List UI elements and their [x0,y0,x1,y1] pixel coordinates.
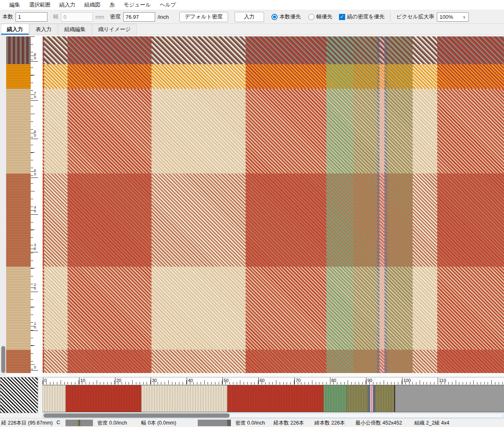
weft-strip-band-orange [6,64,31,89]
count-input[interactable] [16,12,47,22]
horizontal-ruler-tick-20 [115,378,115,384]
vertical-ruler-label-20: 2 0 [34,283,36,290]
fabric-canvas[interactable] [43,35,504,376]
vertical-ruler-tick-60 [31,139,38,139]
horizontal-ruler-tick-100 [402,378,402,384]
warp-overview-strip[interactable] [43,385,504,412]
weft-band-orange [43,64,504,89]
horizontal-ruler-label-90: 90 [367,378,372,383]
stripe-density-checkbox[interactable]: ✓ [339,14,345,20]
weft-band-terracotta-middle [43,173,504,267]
menu-item-selection-range[interactable]: 選択範囲 [25,0,55,9]
horizontal-ruler-tick-60 [258,378,259,384]
vertical-ruler-tick-10 [31,330,38,331]
horizontal-ruler-tick-90 [366,378,366,384]
chevron-down-icon: ∨ [463,15,466,19]
status-weave-structure: 組織 2_2綾 4x4 [414,420,449,427]
menu-item-help[interactable]: ヘルプ [155,0,181,9]
vertical-scrollbar-track[interactable] [0,35,6,376]
status-swatch-olive-line [78,420,80,426]
tab-weave-image[interactable]: 織りイメージ [92,24,137,35]
weft-strip-band-tan-lower [6,267,31,350]
horizontal-ruler-label-10: 10 [80,378,85,383]
horizontal-ruler-label-50: 50 [224,378,228,383]
menu-item-stripe-input[interactable]: 縞入力 [55,0,80,9]
weave-pattern-corner-hatch[interactable] [0,377,38,413]
status-lcm: 最小公倍数 452x452 [355,420,402,427]
bottom-zone: 0102030405060708090100110 [0,376,504,418]
horizontal-ruler-tick-10 [79,378,79,384]
vertical-ruler-label-50: 5 0 [34,169,36,176]
vertical-ruler-label-70: 7 0 [34,92,36,99]
horizontal-scrollbar-track[interactable] [43,413,503,418]
vertical-ruler-label-40: 4 0 [34,206,36,213]
horizontal-ruler-tick-0 [43,378,43,384]
horizontal-ruler-mid-ticks [43,380,504,384]
horizontal-ruler-tick-110 [438,378,438,384]
vertical-ruler-tick-20 [31,292,38,292]
vertical-ruler-label-0: 0 [34,366,36,369]
status-density-1: 密度 0.0/inch [97,420,127,427]
pixel-zoom-value: 100% [440,14,453,20]
overview-block-olive [375,385,394,412]
pixel-zoom-label: ピクセル拡大率 [396,13,434,20]
overview-block-gray [395,385,504,412]
radio-width-priority-label: 幅優先 [316,13,332,20]
horizontal-ruler-label-40: 40 [188,378,193,383]
density-label: 密度 [110,13,121,20]
status-weft-count: 緯本数 226本 [314,420,345,427]
overview-block-red [66,385,141,412]
horizontal-ruler-label-30: 30 [152,378,157,383]
menu-item-yarn[interactable]: 糸 [105,0,119,9]
overview-block-red [227,385,323,412]
radio-count-priority-icon[interactable] [271,14,278,20]
menu-item-edit[interactable]: 編集 [5,0,25,9]
tab-weave-edit[interactable]: 組織編集 [58,24,92,35]
vertical-ruler-label-60: 6 0 [34,130,36,137]
vertical-scrollbar-thumb[interactable] [1,346,5,373]
overview-block-cream [43,385,66,412]
weft-strip-band-tan-upper [6,89,31,173]
vertical-ruler-tick-70 [31,100,38,101]
tab-table-input[interactable]: 表入力 [29,24,58,35]
horizontal-ruler: 0102030405060708090100110 [43,377,504,384]
input-button[interactable]: 入力 [235,12,264,22]
menu-item-weave-diagram[interactable]: 組織図 [80,0,105,9]
horizontal-ruler-tick-70 [294,378,295,384]
vertical-ruler-tick-40 [31,214,38,215]
weft-band-tan-lower [43,267,504,350]
weft-strip-band-terracotta-middle [6,173,31,267]
horizontal-ruler-label-70: 70 [296,378,301,383]
overview-block-cream [141,385,227,412]
density-input[interactable] [123,12,155,22]
horizontal-scrollbar-thumb[interactable] [43,414,230,418]
horizontal-ruler-label-60: 60 [260,378,264,383]
tab-bar: 縞入力 表入力 組織編集 織りイメージ [0,24,504,35]
toolbar: 本数 幅 mm 密度 /inch デフォルト密度 入力 本数優先 幅優先 ✓ 縞… [0,10,504,24]
radio-width-priority-icon[interactable] [308,14,314,20]
status-swatch-dark-end [227,420,231,426]
width-input[interactable] [61,12,93,22]
weft-band-terracotta-bottom [43,350,504,373]
weft-color-strip[interactable] [6,35,31,376]
default-density-button[interactable]: デフォルト密度 [179,12,228,22]
weft-strip-band-mixed [6,36,31,64]
weft-band-mixed [43,36,504,64]
pixel-zoom-select[interactable]: 100% ∨ [437,12,469,22]
horizontal-ruler-tick-30 [151,378,151,384]
vertical-ruler-tick-50 [31,178,38,178]
count-label: 本数 [2,13,13,20]
radio-count-priority-label: 本数優先 [280,13,301,20]
menu-item-module[interactable]: モジュール [119,0,155,9]
status-color-swatch-1 [66,420,93,426]
status-density-2: 密度 0.0/inch [235,420,265,427]
plaid-fabric-preview[interactable] [43,36,504,373]
horizontal-ruler-label-100: 100 [403,378,411,383]
status-bar: 経 226本目 (95.67mm) C 密度 0.0/inch 幅 0本 (0.… [0,418,504,427]
vertical-ruler-tick-80 [31,61,38,62]
overview-block-pink [370,385,373,412]
weft-strip-band-terracotta-bottom [6,350,31,373]
horizontal-ruler-label-110: 110 [439,378,446,383]
status-warp-count: 経本数 226本 [273,420,304,427]
tab-stripe-input[interactable]: 縞入力 [1,24,29,35]
